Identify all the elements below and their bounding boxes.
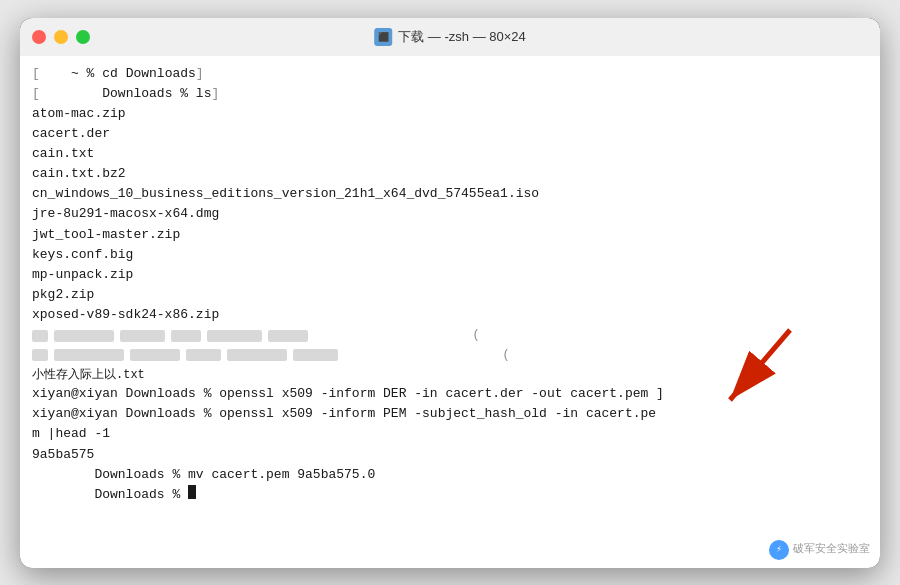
terminal-line: [ Downloads % ls ] [32, 84, 868, 104]
blur-block [130, 349, 180, 361]
terminal-output: cacert.der [32, 124, 868, 144]
blur-block [54, 330, 114, 342]
terminal-cmd-mv: Downloads % mv cacert.pem 9a5ba575.0 [32, 465, 868, 485]
blur-block [54, 349, 124, 361]
blur-block [186, 349, 221, 361]
terminal-output: mp-unpack.zip [32, 265, 868, 285]
terminal-window: ⬛ 下载 — -zsh — 80×24 [ ~ % cd Downloads ]… [20, 18, 880, 568]
close-button[interactable] [32, 30, 46, 44]
blur-block [171, 330, 201, 342]
watermark-text: 破军安全实验室 [793, 541, 870, 558]
minimize-button[interactable] [54, 30, 68, 44]
blur-block [32, 349, 48, 361]
terminal-output: keys.conf.big [32, 245, 868, 265]
terminal-output: pkg2.zip [32, 285, 868, 305]
terminal-output-small: 小性存入际上以.txt [32, 366, 868, 385]
terminal-output-hash: 9a5ba575 [32, 445, 868, 465]
terminal-prompt-final: Downloads % [32, 485, 868, 505]
terminal-cmd-openssl1: xiyan@xiyan Downloads % openssl x509 -in… [32, 384, 868, 404]
watermark-icon: ⚡ [769, 540, 789, 560]
terminal-output: jwt_tool-master.zip [32, 225, 868, 245]
terminal-output: jre-8u291-macosx-x64.dmg [32, 204, 868, 224]
blur-block [268, 330, 308, 342]
terminal-output: cain.txt [32, 144, 868, 164]
blurred-line-2: ( [32, 346, 868, 365]
blurred-line-1: ( [32, 326, 868, 345]
maximize-button[interactable] [76, 30, 90, 44]
terminal-output: cain.txt.bz2 [32, 164, 868, 184]
window-title: 下载 — -zsh — 80×24 [398, 28, 526, 46]
terminal-output: xposed-v89-sdk24-x86.zip [32, 305, 868, 325]
blur-block [207, 330, 262, 342]
terminal-cmd-openssl2: xiyan@xiyan Downloads % openssl x509 -in… [32, 404, 868, 424]
blur-block [32, 330, 48, 342]
terminal-body[interactable]: [ ~ % cd Downloads ] [ Downloads % ls ] … [20, 56, 880, 568]
terminal-output: atom-mac.zip [32, 104, 868, 124]
titlebar: ⬛ 下载 — -zsh — 80×24 [20, 18, 880, 56]
terminal-cmd-pipe: m |head -1 [32, 424, 868, 444]
terminal-output: cn_windows_10_business_editions_version_… [32, 184, 868, 204]
terminal-line: [ ~ % cd Downloads ] [32, 64, 868, 84]
blur-block [120, 330, 165, 342]
watermark: ⚡ 破军安全实验室 [769, 540, 870, 560]
terminal-cursor [188, 485, 196, 499]
blur-block [293, 349, 338, 361]
window-title-area: ⬛ 下载 — -zsh — 80×24 [374, 28, 526, 46]
terminal-app-icon: ⬛ [374, 28, 392, 46]
blur-block [227, 349, 287, 361]
